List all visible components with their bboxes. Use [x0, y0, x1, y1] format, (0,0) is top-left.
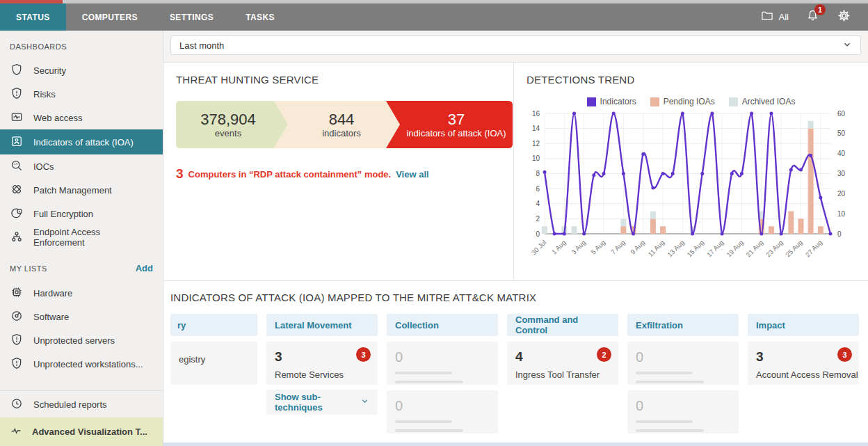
sidebar-item-label: Unprotected workstations...: [33, 359, 143, 369]
mitre-column-impact: Impact 3 Account Access Removal 3: [748, 314, 859, 433]
main-content: Last month THREAT HUNTING SERVICE: [163, 31, 868, 446]
mitre-tactic-header[interactable]: Collection: [387, 314, 498, 336]
nav-tab-tasks[interactable]: TASKS: [230, 3, 291, 31]
period-select[interactable]: Last month: [170, 35, 861, 55]
funnel-stage-indicators[interactable]: 844 indicators: [293, 101, 390, 148]
mitre-tactic-header[interactable]: Lateral Movement: [266, 314, 378, 336]
sidebar-item-software[interactable]: Software: [0, 305, 163, 328]
svg-text:17 Aug: 17 Aug: [705, 239, 725, 259]
legend-item-indicators: Indicators: [587, 97, 636, 106]
sidebar-item-risks[interactable]: Risks: [0, 82, 163, 106]
funnel-stage-events[interactable]: 378,904 events: [176, 101, 280, 148]
dashboard-panels-row: THREAT HUNTING SERVICE 378,904 events: [163, 63, 868, 280]
sidebar-item-iocs[interactable]: IOCs: [0, 154, 163, 178]
technique-card-account-access-removal[interactable]: 3 Account Access Removal 3: [748, 342, 859, 385]
sidebar-item-hardware[interactable]: Hardware: [0, 281, 163, 305]
sidebar-item-indicators-of-attack[interactable]: Indicators of attack (IOA): [0, 129, 163, 154]
group-filter-button[interactable]: All: [760, 9, 789, 25]
mitre-tactic-header[interactable]: Impact: [748, 314, 859, 336]
skeleton-line: [636, 372, 693, 374]
sidebar-item-web-access[interactable]: Web access: [0, 106, 163, 129]
technique-card-ingress-tool-transfer[interactable]: 4 Ingress Tool Transfer 2: [507, 342, 618, 385]
settings-gear-button[interactable]: [837, 8, 851, 26]
funnel-indicators-value: 844: [329, 111, 355, 128]
svg-text:0: 0: [536, 230, 540, 238]
horizontal-scrollbar[interactable]: [163, 443, 868, 446]
svg-text:40: 40: [837, 150, 846, 157]
technique-card-empty[interactable]: 0: [387, 342, 498, 385]
sidebar-item-unprotected-workstations[interactable]: Unprotected workstations...: [0, 352, 163, 376]
sidebar-item-endpoint-access-enforcement[interactable]: Endpoint Access Enforcement: [0, 225, 163, 249]
notifications-button[interactable]: 1: [805, 8, 820, 26]
detections-trend-chart: 0246810121416010203040506030 Jul1 Aug3 A…: [527, 106, 855, 271]
svg-text:7 Aug: 7 Aug: [609, 239, 627, 256]
clock-icon: [10, 397, 24, 413]
technique-card-empty[interactable]: 0: [387, 390, 498, 433]
disc-icon: [10, 309, 24, 325]
skeleton-line: [636, 420, 693, 423]
nav-tab-computers[interactable]: COMPUTERS: [66, 3, 154, 31]
sidebar-item-scheduled-reports[interactable]: Scheduled reports: [0, 391, 163, 417]
dashboards-section-title: DASHBOARDS: [0, 31, 163, 58]
app-window: STATUS COMPUTERS SETTINGS TASKS All 1: [0, 0, 868, 446]
sidebar-item-full-encryption[interactable]: Full Encryption: [0, 202, 163, 225]
sidebar-item-security[interactable]: Security: [0, 58, 163, 82]
show-sub-techniques-button[interactable]: Show sub-techniques: [266, 390, 378, 415]
sidebar-item-unprotected-servers[interactable]: Unprotected servers: [0, 328, 163, 352]
technique-card-empty[interactable]: 0: [627, 342, 739, 385]
patch-icon: [10, 182, 24, 198]
svg-text:23 Aug: 23 Aug: [764, 239, 785, 259]
sidebar-item-label: IOCs: [33, 161, 54, 172]
folder-filter-label: All: [779, 12, 789, 22]
technique-count: 0: [636, 349, 730, 365]
svg-text:0: 0: [837, 230, 842, 238]
mitre-tactic-header[interactable]: Exfiltration: [627, 314, 739, 336]
sidebar-item-patch-management[interactable]: Patch Management: [0, 178, 163, 202]
nav-tab-status[interactable]: STATUS: [0, 3, 66, 31]
sidebar-item-label: Indicators of attack (IOA): [33, 137, 134, 148]
technique-count: 0: [395, 398, 490, 414]
technique-badge: 3: [837, 347, 852, 362]
rdp-alert-text: Computers in “RDP attack containment” mo…: [188, 169, 392, 180]
chevron-down-icon: [360, 397, 369, 408]
svg-text:20: 20: [837, 190, 846, 198]
sidebar: DASHBOARDS Security Risks Web access Ind…: [0, 31, 163, 446]
svg-text:3 Aug: 3 Aug: [570, 239, 587, 256]
skeleton-line: [395, 372, 452, 374]
mitre-tactic-header-clipped[interactable]: ry: [170, 314, 257, 336]
navbar-right-tools: All 1: [760, 3, 868, 31]
gear-icon: [837, 8, 851, 26]
svg-text:60: 60: [837, 110, 846, 118]
technique-badge: 2: [597, 347, 611, 362]
mitre-column-clipped: ry egistry: [170, 314, 257, 433]
funnel-events-label: events: [215, 128, 241, 138]
sidebar-item-label: Patch Management: [33, 185, 112, 196]
technique-card[interactable]: egistry: [170, 342, 257, 385]
my-lists-title: MY LISTS: [10, 264, 47, 273]
chart-legend: Indicators Pending IOAs Archived IOAs: [527, 97, 855, 106]
sidebar-item-advanced-visualization[interactable]: Advanced Visualization T...: [0, 417, 163, 446]
folder-icon: [760, 9, 774, 25]
technique-card-remote-services[interactable]: 3 Remote Services 3: [266, 342, 378, 385]
legend-label: Indicators: [600, 97, 636, 106]
technique-badge: 3: [356, 347, 371, 362]
technique-card-empty[interactable]: 0: [627, 390, 739, 433]
nav-tab-settings[interactable]: SETTINGS: [154, 3, 230, 31]
svg-text:30: 30: [837, 170, 846, 177]
mitre-tactic-header[interactable]: Command and Control: [507, 314, 618, 336]
top-navbar: STATUS COMPUTERS SETTINGS TASKS All 1: [0, 3, 868, 31]
chevron-down-icon: [842, 40, 852, 51]
view-all-link[interactable]: View all: [396, 169, 428, 180]
monitor-pulse-icon: [10, 110, 24, 126]
funnel-events-value: 378,904: [200, 111, 256, 128]
mitre-column-command-and-control: Command and Control 4 Ingress Tool Trans…: [507, 314, 618, 433]
mitre-section: INDICATORS OF ATTACK (IOA) MAPPED TO THE…: [163, 280, 868, 440]
mitre-column-collection: Collection 0 0: [387, 314, 498, 433]
sidebar-item-label: Unprotected servers: [33, 335, 115, 346]
svg-text:1 Aug: 1 Aug: [550, 239, 568, 256]
period-select-value: Last month: [179, 40, 224, 51]
svg-text:50: 50: [837, 129, 846, 137]
shield-icon: [10, 63, 24, 79]
add-list-link[interactable]: Add: [136, 263, 153, 273]
funnel-stage-ioa[interactable]: 37 indicators of attack (IOA): [405, 101, 507, 148]
